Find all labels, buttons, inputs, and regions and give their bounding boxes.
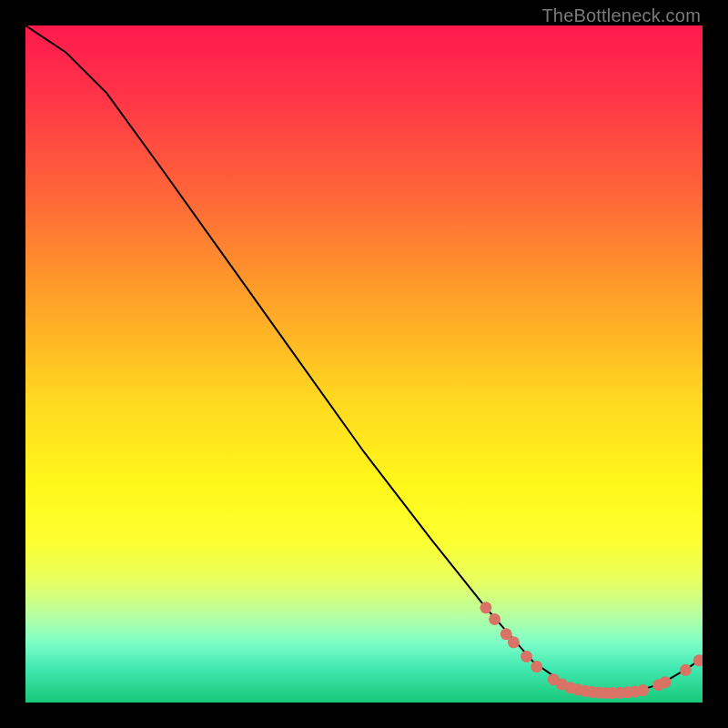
data-point <box>693 654 703 666</box>
data-point <box>637 684 649 696</box>
chart-plot-area <box>25 25 703 703</box>
bottleneck-curve <box>25 25 703 693</box>
data-points-group <box>480 602 703 699</box>
watermark-text: TheBottleneck.com <box>541 5 701 26</box>
data-point <box>489 613 500 625</box>
data-point <box>531 661 542 672</box>
data-point <box>521 651 532 662</box>
data-point <box>508 636 520 648</box>
data-point <box>480 602 491 613</box>
curve-svg <box>25 25 703 703</box>
data-point <box>680 664 692 676</box>
data-point <box>660 676 672 688</box>
